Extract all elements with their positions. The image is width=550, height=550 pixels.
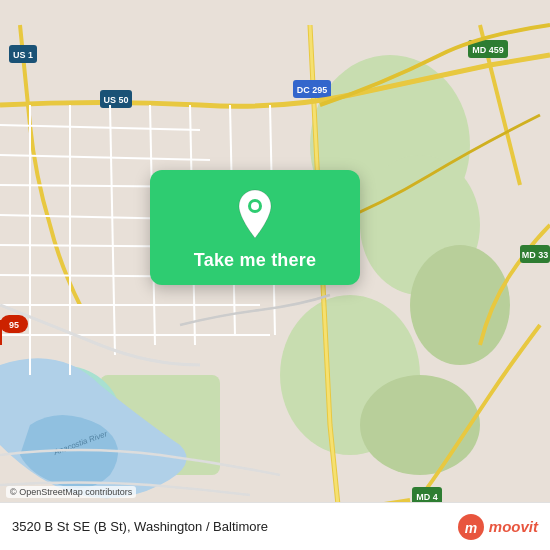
moovit-brand-icon: m bbox=[457, 513, 485, 541]
svg-text:US 50: US 50 bbox=[103, 95, 128, 105]
svg-text:MD 459: MD 459 bbox=[472, 45, 504, 55]
map-container: Anacostia River DC 295 DC 295 US 50 US 1… bbox=[0, 0, 550, 550]
svg-text:95: 95 bbox=[9, 320, 19, 330]
moovit-brand-text: moovit bbox=[489, 518, 538, 535]
take-me-there-card[interactable]: Take me there bbox=[150, 170, 360, 285]
bottom-bar: 3520 B St SE (B St), Washington / Baltim… bbox=[0, 502, 550, 550]
svg-text:MD 33: MD 33 bbox=[522, 250, 549, 260]
moovit-logo: m moovit bbox=[457, 513, 538, 541]
osm-credit: © OpenStreetMap contributors bbox=[6, 486, 136, 498]
svg-text:US 1: US 1 bbox=[13, 50, 33, 60]
take-me-there-button-label: Take me there bbox=[194, 250, 316, 271]
svg-text:m: m bbox=[465, 520, 477, 536]
svg-text:MD 4: MD 4 bbox=[416, 492, 438, 502]
svg-point-5 bbox=[360, 375, 480, 475]
location-pin-icon bbox=[233, 188, 277, 240]
address-text: 3520 B St SE (B St), Washington / Baltim… bbox=[12, 519, 457, 534]
svg-point-44 bbox=[251, 202, 259, 210]
svg-text:DC 295: DC 295 bbox=[297, 85, 328, 95]
